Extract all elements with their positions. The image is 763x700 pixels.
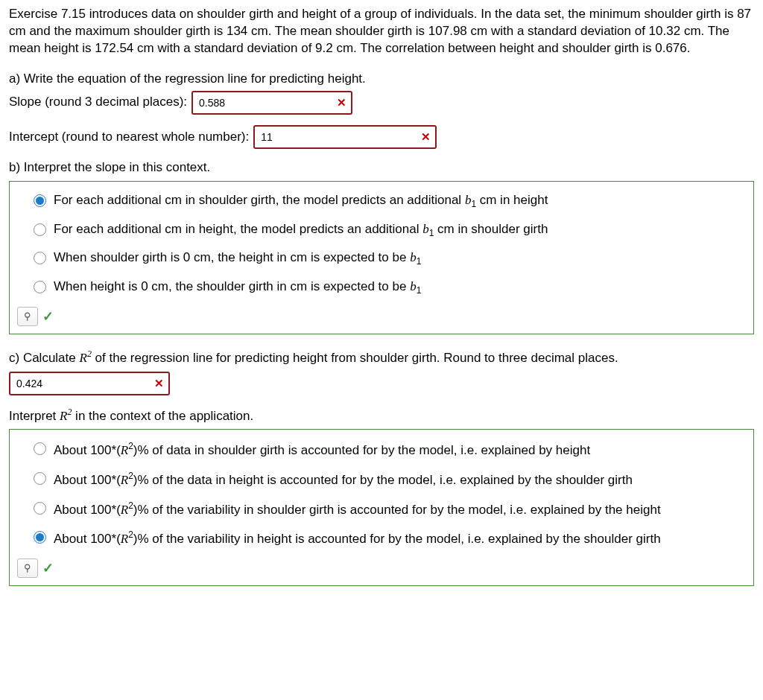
option-label: About 100*(R2)% of the variability in he… [54,529,661,548]
slope-input-wrapper: ✕ [191,91,352,115]
retry-icon: ⚲ [24,310,31,323]
part-b-feedback: ⚲ ✓ [17,307,744,326]
wrong-icon: ✕ [337,95,346,110]
option-label: About 100*(R2)% of the data in height is… [54,470,633,489]
r-symbol: R [79,351,86,365]
part-c-feedback: ⚲ ✓ [17,559,744,578]
radio-button[interactable] [34,223,46,236]
part-b-prompt: b) Interpret the slope in this context. [9,159,754,176]
radio-button[interactable] [34,442,46,455]
retry-icon: ⚲ [24,561,31,575]
radio-button[interactable] [34,531,46,544]
wrong-icon: ✕ [421,130,431,144]
radio-button[interactable] [34,472,46,485]
check-icon: ✓ [42,559,54,577]
radio-option[interactable]: When height is 0 cm, the shoulder girth … [34,279,744,296]
r2-input-wrapper: ✕ [9,372,170,395]
r2-input[interactable] [15,377,150,390]
retry-button[interactable]: ⚲ [17,307,38,326]
part-c-interpret-prompt: Interpret R2 in the context of the appli… [9,406,754,425]
radio-option[interactable]: About 100*(R2)% of the variability in sh… [34,500,744,519]
slope-label: Slope (round 3 decimal places): [9,94,187,111]
radio-option[interactable]: About 100*(R2)% of the variability in he… [34,529,744,548]
check-icon: ✓ [42,308,54,325]
radio-option[interactable]: When shoulder girth is 0 cm, the height … [34,249,744,267]
option-label: When height is 0 cm, the shoulder girth … [54,279,421,296]
slope-row: Slope (round 3 decimal places): ✕ [9,91,754,115]
radio-button[interactable] [34,252,46,264]
option-label: When shoulder girth is 0 cm, the height … [54,249,421,267]
slope-input[interactable] [197,96,332,109]
part-b-choices: For each additional cm in shoulder girth… [9,181,754,334]
r-symbol: R [60,409,67,423]
intercept-row: Intercept (round to nearest whole number… [9,125,754,149]
retry-button[interactable]: ⚲ [17,559,38,578]
option-label: For each additional cm in height, the mo… [54,221,548,239]
radio-option[interactable]: About 100*(R2)% of data in shoulder girt… [34,440,744,459]
wrong-icon: ✕ [154,376,164,391]
intro-text: Exercise 7.15 introduces data on shoulde… [9,6,754,57]
intercept-input-wrapper: ✕ [253,125,437,149]
intercept-input[interactable] [259,130,417,144]
r2-input-row: ✕ [9,372,754,395]
radio-option[interactable]: For each additional cm in shoulder girth… [34,192,744,210]
part-c-text-pre: c) Calculate [9,351,79,365]
option-label: About 100*(R2)% of the variability in sh… [54,500,661,519]
interpret-pre: Interpret [9,409,60,423]
part-c-choices: About 100*(R2)% of data in shoulder girt… [9,429,754,585]
radio-button[interactable] [34,281,46,293]
radio-button[interactable] [34,194,46,207]
option-label: For each additional cm in shoulder girth… [54,192,548,210]
intercept-label: Intercept (round to nearest whole number… [9,129,249,146]
part-c-text-post: of the regression line for predicting he… [92,351,618,365]
radio-option[interactable]: About 100*(R2)% of the data in height is… [34,470,744,489]
radio-button[interactable] [34,502,46,515]
radio-option[interactable]: For each additional cm in height, the mo… [34,221,744,239]
option-label: About 100*(R2)% of data in shoulder girt… [54,440,590,459]
interpret-post: in the context of the application. [72,409,253,423]
part-c-prompt: c) Calculate R2 of the regression line f… [9,348,754,367]
part-a-prompt: a) Write the equation of the regression … [9,71,754,88]
